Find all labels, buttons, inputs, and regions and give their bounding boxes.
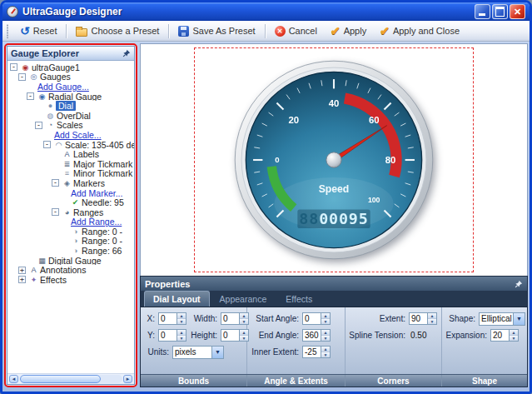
x-spinner-buttons-icon[interactable]: ▲▼ xyxy=(177,313,186,324)
tree-item-label[interactable]: Add Marker... xyxy=(70,188,123,198)
end-angle-input[interactable]: 360▲▼ xyxy=(302,329,331,342)
toolbar-button-cancel[interactable]: Cancel xyxy=(268,22,324,40)
tree-item-markers[interactable]: -◈Markers xyxy=(7,178,134,188)
scroll-left-icon[interactable] xyxy=(9,375,18,383)
toolbar-button-apply-and-close[interactable]: Apply and Close xyxy=(373,22,466,40)
tree-item-scale-135-405-de[interactable]: -◠Scale: 135-405 de... xyxy=(7,140,134,150)
width-input[interactable]: 0▲▼ xyxy=(221,312,249,325)
tree-expander-collapse-icon[interactable]: - xyxy=(10,63,17,71)
x-value: 0 xyxy=(159,313,177,324)
tree-item-add-marker[interactable]: Add Marker... xyxy=(7,188,134,198)
tree-item-gauges[interactable]: -◎Gauges xyxy=(7,72,134,82)
scroll-right-icon[interactable] xyxy=(123,375,132,383)
y-input[interactable]: 0▲▼ xyxy=(158,329,186,342)
tree-expander-collapse-icon[interactable]: - xyxy=(52,179,59,187)
scales-icon: ◔ xyxy=(45,121,56,129)
shape-select[interactable]: Elliptical▼ xyxy=(479,312,525,326)
tree-item-ranges[interactable]: -◕Ranges xyxy=(7,207,134,217)
close-button[interactable] xyxy=(510,4,525,19)
expansion-input[interactable]: 20▲▼ xyxy=(490,329,519,342)
toolbar-button-apply[interactable]: Apply xyxy=(324,22,373,40)
tree-expander-expand-icon[interactable]: + xyxy=(18,267,26,274)
apply-close-icon xyxy=(380,25,390,37)
tree-expander-collapse-icon[interactable]: - xyxy=(52,208,59,216)
shape-value: Elliptical xyxy=(480,313,513,325)
tree-item-range-0[interactable]: ◑Range: 0 - xyxy=(7,237,134,247)
toolbar-button-label: Apply and Close xyxy=(393,26,460,36)
tree-item-add-range[interactable]: Add Range... xyxy=(7,217,134,227)
save-icon xyxy=(178,26,189,37)
ranges-icon: ◕ xyxy=(62,208,72,217)
tree-item-range-66[interactable]: ◑Range: 66 xyxy=(7,246,134,256)
tree-item-major-tickmark[interactable]: ≣Major Tickmark xyxy=(7,159,134,169)
range-icon: ◑ xyxy=(70,247,81,255)
dropdown-arrow-icon[interactable]: ▼ xyxy=(211,347,223,358)
y-spinner-buttons-icon[interactable]: ▲▼ xyxy=(177,330,186,341)
units-select[interactable]: pixels▼ xyxy=(172,346,224,359)
tree-item-minor-tickmark[interactable]: ≡Minor Tickmark xyxy=(7,169,134,179)
tree-item-label: Needle: 95 xyxy=(81,197,125,207)
pin-icon[interactable] xyxy=(515,280,523,288)
inner-extent-spinner-buttons-icon[interactable]: ▲▼ xyxy=(321,347,330,357)
scrollbar-thumb[interactable] xyxy=(20,375,101,383)
tree-item-labels[interactable]: ALabels xyxy=(7,149,134,159)
tree-expander-collapse-icon[interactable]: - xyxy=(43,141,51,148)
width-label: Width: xyxy=(188,314,219,323)
tree-item-ultragauge1[interactable]: -◉ultraGauge1 xyxy=(7,62,134,72)
maximize-button[interactable] xyxy=(492,4,508,19)
gauge-explorer-highlight: Gauge Explorer -◉ultraGauge1-◎GaugesAdd … xyxy=(4,43,137,387)
tree-expander-collapse-icon[interactable]: - xyxy=(35,122,42,129)
tree-expander-expand-icon[interactable]: + xyxy=(18,276,26,283)
toolbar-grip-handle[interactable] xyxy=(6,24,9,38)
toolbar-button-save-as-preset[interactable]: Save As Preset xyxy=(172,22,261,40)
gauge-preview-canvas[interactable]: 020406080100 Speed 8800095 xyxy=(140,43,528,276)
explorer-hscrollbar[interactable] xyxy=(7,373,134,384)
minimize-button[interactable] xyxy=(475,4,490,19)
tree-item-effects[interactable]: +✦Effects xyxy=(7,275,134,285)
units-value: pixels xyxy=(173,347,211,358)
start-angle-input[interactable]: 0▲▼ xyxy=(302,312,331,325)
tree-expander-collapse-icon[interactable]: - xyxy=(18,73,26,81)
pin-icon[interactable] xyxy=(122,49,131,57)
tree-expander-collapse-icon[interactable]: - xyxy=(27,92,34,100)
tree-item-label[interactable]: Add Range... xyxy=(70,217,122,227)
toolbar-button-reset[interactable]: Reset xyxy=(13,22,63,40)
gauge-tree: -◉ultraGauge1-◎GaugesAdd Gauge...-◉Radia… xyxy=(7,61,134,373)
tab-dial-layout[interactable]: Dial Layout xyxy=(144,291,210,307)
inner-extent-input[interactable]: -25▲▼ xyxy=(302,346,331,358)
scrollbar-track[interactable] xyxy=(19,375,122,383)
start-angle-spinner-buttons-icon[interactable]: ▲▼ xyxy=(321,313,330,324)
gauge-svg[interactable]: 020406080100 Speed 8800095 xyxy=(225,51,443,269)
field-row: Extent:90▲▼ xyxy=(349,312,438,326)
tree-item-radial-gauge[interactable]: -◉Radial Gauge xyxy=(7,92,134,102)
tab-appearance[interactable]: Appearance xyxy=(211,291,276,307)
tab-effects[interactable]: Effects xyxy=(276,291,321,307)
tree-item-add-gauge[interactable]: Add Gauge... xyxy=(7,82,134,92)
tree-item-digital-gauge[interactable]: ▦Digital Gauge xyxy=(7,256,134,266)
field-row: Shape:Elliptical▼ xyxy=(445,312,524,326)
x-input[interactable]: 0▲▼ xyxy=(158,312,186,325)
tree-item-overdial[interactable]: ◍OverDial xyxy=(7,111,134,121)
markers-icon: ◈ xyxy=(62,179,72,187)
tree-item-needle-95[interactable]: ✔Needle: 95 xyxy=(7,197,134,207)
tree-item-add-scale[interactable]: Add Scale... xyxy=(7,130,134,140)
titlebar[interactable]: UltraGauge Designer xyxy=(2,2,530,21)
extent-input[interactable]: 90▲▼ xyxy=(409,312,437,325)
height-input[interactable]: 0▲▼ xyxy=(221,329,249,342)
selection-rectangle[interactable]: 020406080100 Speed 8800095 xyxy=(194,47,474,272)
toolbar-button-choose-a-preset[interactable]: Choose a Preset xyxy=(69,22,166,40)
end-angle-spinner-buttons-icon[interactable]: ▲▼ xyxy=(321,330,330,341)
toolbar-separator xyxy=(265,24,266,38)
expansion-spinner-buttons-icon[interactable]: ▲▼ xyxy=(509,330,518,341)
tree-item-scales[interactable]: -◔Scales xyxy=(7,121,134,131)
tree-item-label[interactable]: Add Scale... xyxy=(53,130,102,140)
group-label-shape: Shape xyxy=(442,375,527,387)
dropdown-arrow-icon[interactable]: ▼ xyxy=(513,313,525,325)
tree-item-dial[interactable]: ●Dial xyxy=(7,101,134,111)
tick-label-80: 80 xyxy=(385,155,396,165)
tree-item-range-0[interactable]: ◑Range: 0 - xyxy=(7,227,134,237)
tree-item-annotations[interactable]: +AAnnotations xyxy=(7,265,134,275)
tree-item-label: Radial Gauge xyxy=(47,92,102,102)
extent-spinner-buttons-icon[interactable]: ▲▼ xyxy=(427,313,436,324)
tree-item-label[interactable]: Add Gauge... xyxy=(37,82,90,92)
